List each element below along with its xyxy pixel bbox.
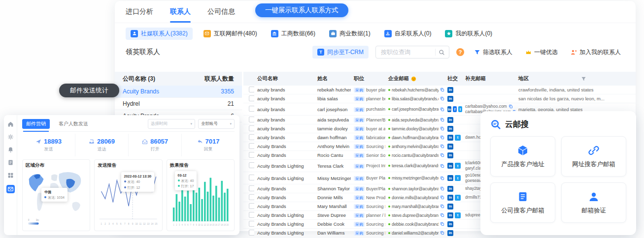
row-checkbox[interactable] (249, 117, 254, 122)
linkedin-icon[interactable]: in (447, 204, 453, 209)
row-checkbox[interactable] (249, 212, 254, 218)
twitter-icon[interactable]: t (455, 163, 461, 169)
account-select[interactable]: 全部账号 ▾ (198, 119, 235, 129)
twitter-icon[interactable]: t (455, 212, 461, 218)
company-contact-count: 3355 (221, 88, 242, 95)
linkedin-icon[interactable]: in (447, 135, 453, 141)
row-checkbox[interactable] (249, 194, 254, 200)
linkedin-icon[interactable]: in (447, 106, 451, 112)
company-name: Acuity Brands (115, 88, 221, 95)
source-chip-0[interactable]: 社媒联系人(3382) (126, 28, 193, 40)
chart-title: 效果报告 (170, 162, 231, 169)
twitter-icon[interactable]: t (455, 175, 461, 181)
contact-row-1[interactable]: acuity brandslibia salas采购planner buyerl… (243, 94, 636, 103)
row-checkbox[interactable] (249, 152, 254, 158)
row-checkbox[interactable] (249, 87, 254, 92)
position-tag: 采购 (354, 96, 365, 101)
gear-icon[interactable] (7, 134, 14, 140)
linkedin-icon[interactable]: in (447, 96, 453, 102)
source-chip-3[interactable]: 商业数据(1) (326, 28, 373, 40)
linkedin-icon[interactable]: in (447, 186, 453, 192)
row-checkbox[interactable] (249, 230, 254, 236)
company-list-header: 公司名称 (3) 联系人数量 (115, 72, 242, 86)
linkedin-icon[interactable]: in (447, 221, 453, 227)
header-region: 地区 (515, 75, 636, 82)
cell-name: rebekah hutchens (314, 87, 351, 92)
region-filter-icon[interactable] (581, 76, 586, 82)
source-chip-1[interactable]: 互联网邮件(480) (201, 28, 260, 40)
linkedin-icon[interactable]: in (447, 144, 453, 149)
row-checkbox[interactable] (249, 134, 254, 140)
bell-icon[interactable] (7, 147, 14, 153)
row-checkbox[interactable] (249, 203, 254, 209)
linkedin-icon[interactable]: in (447, 152, 453, 158)
email-stats-topbar: 邮件营销客户人数发送 选择时间 ▾ 全部账号 ▾ (22, 119, 235, 132)
svg-text:13: 13 (147, 222, 149, 226)
feature-card-0[interactable]: 产品搜客户地址 (490, 136, 555, 177)
source-chip-4[interactable]: 自采联系人(0) (381, 28, 435, 40)
kpi-0: 18893发送 (22, 134, 75, 156)
feature-card-1[interactable]: 网址搜客户邮箱 (561, 136, 626, 177)
help-icon[interactable]: ? (456, 48, 464, 56)
linkedin-icon[interactable]: in (447, 175, 453, 181)
twitter-icon[interactable]: t (458, 106, 462, 112)
email-stats-window: 邮件营销客户人数发送 选择时间 ▾ 全部账号 ▾ 18893发送28069送达8… (4, 115, 239, 235)
twitter-icon[interactable]: t (455, 135, 461, 141)
cell-position: 采购buyer planner (351, 87, 385, 93)
sync-to-tcrm-button[interactable]: T 同步至T-CRM (312, 46, 369, 59)
chevron-down-icon: ▾ (230, 122, 232, 126)
document-icon[interactable] (7, 159, 14, 166)
svg-text:5: 5 (184, 224, 186, 226)
source-chip-5[interactable]: 我的联系人(0) (442, 28, 495, 40)
svg-text:6: 6 (120, 222, 122, 226)
linkedin-icon[interactable]: in (447, 87, 453, 93)
row-checkbox[interactable] (249, 106, 254, 112)
tab-import-analysis[interactable]: 进口分析 (126, 1, 153, 23)
contact-row-0[interactable]: acuity brandsrebekah hutchens采购buyer pla… (243, 86, 636, 94)
facebook-icon[interactable]: f (453, 106, 457, 112)
linkedin-icon[interactable]: in (447, 126, 453, 132)
twitter-icon[interactable]: t (455, 195, 461, 201)
source-chip-2[interactable]: 工商数据(66) (268, 28, 318, 40)
cell-company: acuity brands (254, 117, 314, 122)
cell-social: inft (444, 106, 462, 112)
copy-icon (440, 135, 444, 140)
funnel-icon (474, 49, 480, 56)
filter-contacts-button[interactable]: 筛选联系人 (471, 48, 515, 57)
feature-card-3[interactable]: 邮箱验证 (561, 182, 626, 223)
grid-icon[interactable] (7, 172, 14, 178)
stats-tab-0[interactable]: 邮件营销 (22, 119, 50, 129)
linkedin-icon[interactable]: in (447, 212, 453, 218)
linkedin-icon[interactable]: in (447, 163, 453, 169)
one-click-select-button[interactable]: 一键优选 (522, 48, 561, 57)
kpi-label: 回复 (204, 146, 213, 152)
company-row-1[interactable]: Hydrel21 (115, 98, 242, 110)
add-to-my-contacts-button[interactable]: 加入我的联系人 (568, 48, 624, 57)
stats-tab-1[interactable]: 客户人数发送 (55, 119, 92, 129)
search-icon[interactable] (439, 49, 445, 56)
row-checkbox[interactable] (249, 162, 254, 168)
row-checkbox[interactable] (249, 175, 254, 180)
time-range-input[interactable]: 选择时间 ▾ (148, 119, 195, 129)
svg-text:16: 16 (215, 224, 217, 226)
row-checkbox[interactable] (249, 125, 254, 131)
row-checkbox[interactable] (249, 221, 254, 227)
tab-company-info[interactable]: 公司信息 (207, 1, 235, 23)
row-checkbox[interactable] (249, 95, 254, 101)
home-icon[interactable] (7, 121, 14, 127)
mail-open-icon (142, 139, 148, 145)
row-checkbox[interactable] (249, 185, 254, 191)
svg-text:1: 1 (101, 222, 102, 226)
tab-contacts[interactable]: 联系人 (170, 1, 191, 23)
cell-email: aida.sepulveda@acuitybrands.com (385, 118, 444, 122)
position-search-input[interactable] (380, 48, 432, 56)
feature-card-2[interactable]: 公司搜客户邮箱 (490, 182, 555, 223)
company-row-0[interactable]: Acuity Brands3355 (115, 86, 242, 98)
cell-name: Dan Williams (314, 230, 351, 236)
linkedin-icon[interactable]: in (447, 195, 453, 201)
copy-icon (440, 176, 444, 180)
linkedin-icon[interactable]: in (447, 117, 453, 123)
linkedin-icon[interactable]: in (447, 230, 453, 236)
row-checkbox[interactable] (249, 143, 254, 149)
mail-icon[interactable] (6, 185, 15, 193)
